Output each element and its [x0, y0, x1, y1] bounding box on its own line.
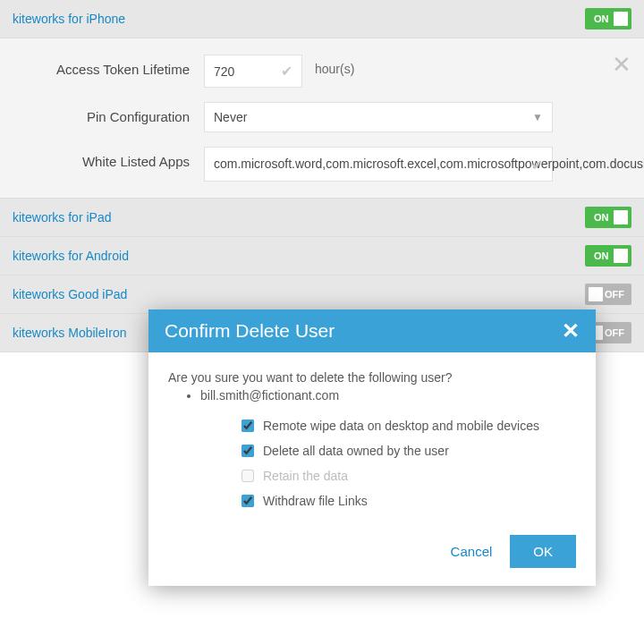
whitelisted-apps-label: White Listed Apps	[0, 147, 204, 169]
dialog-options: Remote wipe data on desktop and mobile d…	[168, 413, 576, 513]
section-ipad-link[interactable]: kiteworks for iPad	[13, 210, 111, 225]
toggle-on-label: ON	[589, 13, 609, 24]
close-icon[interactable]: ✕	[612, 53, 631, 76]
toggle-off-label: OFF	[605, 289, 628, 300]
section-android-header[interactable]: kiteworks for Android ON	[0, 237, 644, 275]
section-ipad-header[interactable]: kiteworks for iPad ON	[0, 199, 644, 237]
whitelisted-apps-input[interactable]: com.microsoft.word,com.microsoft.excel,c…	[204, 147, 553, 182]
section-android-link[interactable]: kiteworks for Android	[13, 249, 129, 263]
toggle-knob	[614, 249, 628, 263]
toggle-on-label: ON	[589, 250, 609, 261]
dialog-footer: Cancel OK	[148, 522, 596, 586]
ok-button[interactable]: OK	[510, 535, 576, 568]
option-remote-wipe-label: Remote wipe data on desktop and mobile d…	[263, 419, 539, 433]
cancel-button[interactable]: Cancel	[451, 544, 493, 559]
pin-config-value: Never	[214, 110, 247, 124]
checkbox-remote-wipe[interactable]	[242, 419, 254, 432]
option-withdraw-links-label: Withdraw file Links	[263, 494, 368, 508]
whitelisted-apps-value: com.microsoft.word,com.microsoft.excel,c…	[214, 157, 644, 171]
token-lifetime-unit: hour(s)	[315, 55, 354, 76]
toggle-off-label: OFF	[605, 327, 628, 338]
option-withdraw-links[interactable]: Withdraw file Links	[242, 488, 576, 513]
toggle-knob	[614, 12, 628, 26]
token-lifetime-value: 720	[214, 64, 234, 79]
pin-config-select[interactable]: Never ▼	[204, 102, 553, 132]
section-iphone-header[interactable]: kiteworks for iPhone ON	[0, 0, 644, 38]
chevron-down-icon: ▼	[532, 111, 543, 123]
row-whitelisted-apps: White Listed Apps com.microsoft.word,com…	[0, 147, 623, 182]
checkbox-retain-data	[242, 470, 254, 482]
toggle-iphone[interactable]: ON	[585, 8, 631, 30]
dialog-header: Confirm Delete User ✕	[148, 309, 596, 352]
checkbox-withdraw-links[interactable]	[242, 495, 254, 507]
toggle-goodipad[interactable]: OFF	[585, 284, 631, 305]
toggle-ipad[interactable]: ON	[585, 207, 631, 228]
token-lifetime-input[interactable]: 720 ✔	[204, 55, 302, 88]
dialog-prompt: Are you sure you want to delete the foll…	[168, 370, 576, 385]
close-icon[interactable]: ✕	[562, 320, 580, 342]
toggle-knob	[589, 287, 603, 301]
section-goodipad-link[interactable]: kiteworks Good iPad	[13, 287, 127, 301]
row-token-lifetime: Access Token Lifetime 720 ✔ hour(s)	[0, 55, 623, 88]
checkmark-icon: ✔	[531, 155, 543, 176]
option-remote-wipe[interactable]: Remote wipe data on desktop and mobile d…	[242, 413, 576, 438]
token-lifetime-label: Access Token Lifetime	[0, 55, 204, 77]
checkbox-delete-data[interactable]	[242, 445, 254, 457]
checkmark-icon: ✔	[281, 63, 292, 80]
section-goodipad-header[interactable]: kiteworks Good iPad OFF	[0, 275, 644, 314]
option-delete-data-label: Delete all data owned by the user	[263, 444, 449, 458]
option-retain-data: Retain the data	[242, 463, 576, 488]
section-mobileiron-link[interactable]: kiteworks MobileIron	[13, 326, 127, 340]
row-pin-config: Pin Configuration Never ▼	[0, 102, 623, 132]
section-iphone-link[interactable]: kiteworks for iPhone	[13, 12, 125, 26]
option-delete-data[interactable]: Delete all data owned by the user	[242, 438, 576, 463]
section-iphone-body: ✕ Access Token Lifetime 720 ✔ hour(s) Pi…	[0, 38, 644, 199]
toggle-knob	[614, 210, 628, 225]
dialog-user-email: bill.smith@fictionant.com	[200, 388, 576, 402]
confirm-delete-user-dialog: Confirm Delete User ✕ Are you sure you w…	[148, 309, 596, 586]
dialog-title: Confirm Delete User	[165, 320, 335, 342]
dialog-body: Are you sure you want to delete the foll…	[148, 352, 596, 522]
pin-config-label: Pin Configuration	[0, 102, 204, 124]
toggle-android[interactable]: ON	[585, 245, 631, 267]
toggle-on-label: ON	[589, 212, 609, 223]
option-retain-data-label: Retain the data	[263, 469, 348, 483]
